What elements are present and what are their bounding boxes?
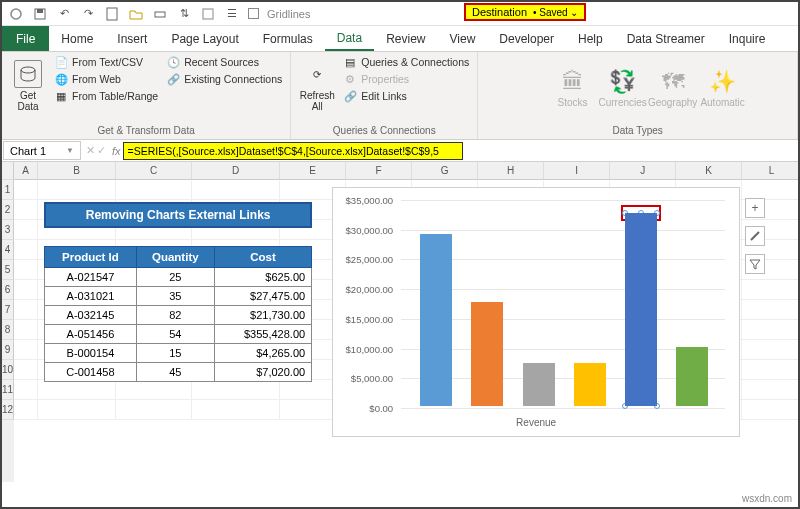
table-row: A-03214582$21,730.00 [45,306,312,325]
chart-bar[interactable] [523,363,555,406]
touch-icon[interactable]: ☰ [224,6,240,22]
row-header[interactable]: 10 [2,360,14,380]
col-header[interactable]: G [412,162,478,180]
row-header[interactable]: 4 [2,240,14,260]
col-header[interactable]: E [280,162,346,180]
col-header[interactable]: D [192,162,280,180]
table-row: B-00015415$4,265.00 [45,344,312,363]
title-badge: Destination • Saved ⌄ [464,3,586,21]
row-header[interactable]: 11 [2,380,14,400]
col-header[interactable]: H [478,162,544,180]
svg-rect-2 [37,9,43,13]
cancel-icon[interactable]: ✕ [86,144,95,157]
chart-bar[interactable] [676,347,708,406]
chevron-down-icon[interactable]: ▼ [66,146,74,155]
svg-point-0 [11,9,21,19]
chart-plus-button[interactable]: + [745,198,765,218]
print-icon[interactable] [152,6,168,22]
chart-bar[interactable] [625,213,657,406]
tab-data[interactable]: Data [325,26,374,51]
row-headers: 123456789101112 [2,162,14,482]
cells[interactable]: Removing Charts External Links Product I… [14,180,800,420]
formula-input[interactable]: =SERIES(,[Source.xlsx]Dataset!$C$4,[Sour… [123,142,463,160]
chart-bar[interactable] [471,302,503,406]
row-header[interactable]: 7 [2,300,14,320]
col-header[interactable]: I [544,162,610,180]
tab-pagelayout[interactable]: Page Layout [159,26,250,51]
chart-ytick: $15,000.00 [333,313,397,324]
gridlines-checkbox[interactable] [248,8,259,19]
col-header[interactable]: K [676,162,742,180]
open-icon[interactable] [128,6,144,22]
row-header[interactable]: 2 [2,200,14,220]
tab-file[interactable]: File [2,26,49,51]
geography-icon: 🗺 [662,69,684,95]
new-icon[interactable] [104,6,120,22]
recent-icon: 🕓 [166,55,180,69]
col-header[interactable]: B [38,162,116,180]
tab-developer[interactable]: Developer [487,26,566,51]
undo-icon[interactable]: ↶ [56,6,72,22]
row-header[interactable]: 5 [2,260,14,280]
stocks-icon: 🏛 [562,69,584,95]
from-textcsv-button[interactable]: 📄From Text/CSV [52,54,160,70]
existing-connections-button[interactable]: 🔗Existing Connections [164,71,284,87]
svg-rect-3 [107,8,117,20]
chart-bar[interactable] [574,363,606,406]
sort-icon[interactable]: ⇅ [176,6,192,22]
from-web-button[interactable]: 🌐From Web [52,71,160,87]
table-icon: ▦ [54,89,68,103]
autosave-icon[interactable] [8,6,24,22]
save-icon[interactable] [32,6,48,22]
tab-inquire[interactable]: Inquire [717,26,778,51]
chart-filter-button[interactable] [745,254,765,274]
tab-view[interactable]: View [438,26,488,51]
row-header[interactable]: 6 [2,280,14,300]
tab-datastreamer[interactable]: Data Streamer [615,26,717,51]
enter-icon[interactable]: ✓ [97,144,106,157]
spreadsheet-grid: 123456789101112 ABCDEFGHIJKL Removing Ch… [2,162,798,482]
save-status[interactable]: • Saved ⌄ [533,7,578,18]
edit-links-button[interactable]: 🔗Edit Links [341,88,471,104]
chart-brush-button[interactable] [745,226,765,246]
from-table-button[interactable]: ▦From Table/Range [52,88,160,104]
chart-ytick: $5,000.00 [333,373,397,384]
watermark: wsxdn.com [742,493,792,504]
select-all[interactable] [2,162,14,180]
row-header[interactable]: 1 [2,180,14,200]
refresh-all-button[interactable]: ⟳ Refresh All [297,54,337,118]
tab-help[interactable]: Help [566,26,615,51]
row-header[interactable]: 8 [2,320,14,340]
csv-icon: 📄 [54,55,68,69]
redo-icon[interactable]: ↷ [80,6,96,22]
col-header[interactable]: L [742,162,800,180]
preview-icon[interactable] [200,6,216,22]
col-header[interactable]: J [610,162,676,180]
row-header[interactable]: 9 [2,340,14,360]
col-headers: ABCDEFGHIJKL [14,162,800,180]
fx-icon[interactable]: fx [110,145,123,157]
embedded-chart[interactable]: + Revenue $0.00$5,000.00$10,000.00$15,00… [332,187,740,437]
gridlines-label: Gridlines [267,8,310,20]
row-header[interactable]: 12 [2,400,14,420]
col-header[interactable]: A [14,162,38,180]
tab-home[interactable]: Home [49,26,105,51]
tab-review[interactable]: Review [374,26,437,51]
name-box[interactable]: Chart 1▼ [3,141,81,160]
table-row: A-05145654$355,428.00 [45,325,312,344]
group-queries: ⟳ Refresh All ▤Queries & Connections ⚙Pr… [291,52,478,139]
chart-bar[interactable] [420,234,452,406]
tab-formulas[interactable]: Formulas [251,26,325,51]
chart-ytick: $35,000.00 [333,195,397,206]
col-header[interactable]: C [116,162,192,180]
recent-sources-button[interactable]: 🕓Recent Sources [164,54,284,70]
col-header[interactable]: F [346,162,412,180]
automatic-icon: ✨ [709,69,736,95]
table-row: C-00145845$7,020.00 [45,363,312,382]
group-label: Queries & Connections [333,123,436,139]
row-header[interactable]: 3 [2,220,14,240]
tab-insert[interactable]: Insert [105,26,159,51]
queries-connections-button[interactable]: ▤Queries & Connections [341,54,471,70]
data-table: Product IdQuantityCost A-02154725$625.00… [44,246,312,382]
get-data-button[interactable]: Get Data [8,54,48,118]
